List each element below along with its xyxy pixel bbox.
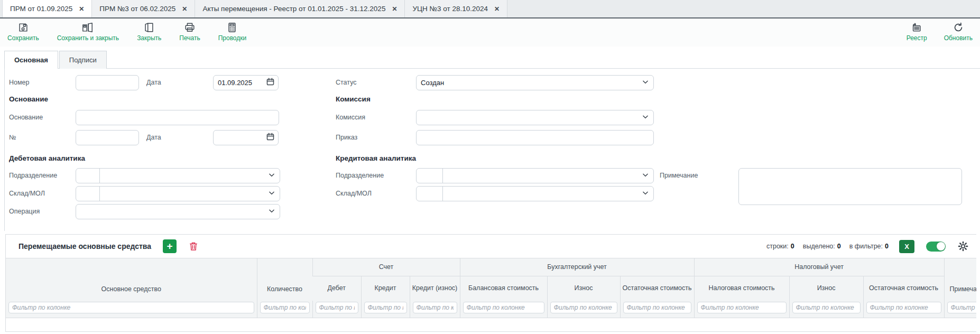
filter-input-residual-cost[interactable]: [623, 302, 691, 313]
close-icon[interactable]: ✕: [79, 5, 84, 13]
code-box[interactable]: [76, 169, 100, 183]
door-icon: [143, 22, 155, 33]
status-value: Создан: [417, 79, 642, 87]
calendar-icon[interactable]: [266, 77, 275, 88]
close-icon[interactable]: ✕: [182, 5, 187, 13]
column-header-debit[interactable]: Дебет: [312, 276, 361, 301]
refresh-label: Обновить: [944, 34, 973, 42]
column-header-balance-cost[interactable]: Балансовая стоимость: [460, 276, 547, 301]
close-button[interactable]: Закрыть: [135, 22, 163, 42]
close-icon[interactable]: ✕: [494, 5, 500, 13]
basis-date-label: Дата: [146, 134, 161, 141]
save-and-close-label: Сохранить и закрыть: [57, 34, 119, 42]
grid-caption-row: Перемещаемые основные средства + строки:…: [6, 235, 976, 258]
rows-count: строки:0: [766, 243, 794, 250]
filter-input-qty[interactable]: [260, 302, 310, 313]
assets-grid-panel: Перемещаемые основные средства + строки:…: [5, 234, 976, 332]
filter-input-asset[interactable]: [8, 302, 254, 313]
number-input[interactable]: [76, 75, 139, 90]
basis-label: Основание: [9, 114, 43, 121]
filter-input-tax-wear[interactable]: [792, 302, 861, 313]
filter-input-tax-residual-cost[interactable]: [866, 302, 941, 313]
register-icon: [911, 22, 922, 33]
basis-input[interactable]: [76, 110, 279, 125]
order-label: Приказ: [336, 134, 357, 141]
basis-date-input[interactable]: [214, 131, 266, 145]
toggle-knob: [937, 242, 945, 251]
window-tab-prm-3-06-02-2025[interactable]: ПРМ №3 от 06.02.2025 ✕: [92, 0, 195, 17]
column-header-wear[interactable]: Износ: [547, 276, 620, 301]
commission-section-header: Комиссия: [336, 95, 371, 103]
basis-date-input-wrap: [213, 130, 279, 145]
column-header-tax-residual-cost[interactable]: Остаточная стоимость: [863, 276, 944, 301]
number-label: Номер: [9, 79, 29, 86]
close-icon[interactable]: ✕: [392, 5, 397, 13]
filtered-count: в фильтре:0: [849, 243, 889, 250]
column-header-asset[interactable]: Основное средство: [6, 258, 257, 301]
column-header-note[interactable]: Примечание: [944, 258, 976, 301]
save-icon: [17, 22, 29, 33]
code-box[interactable]: [76, 187, 100, 201]
operation-label: Операция: [9, 208, 40, 215]
filter-input-note[interactable]: [947, 302, 976, 313]
code-box[interactable]: [417, 169, 443, 183]
filter-input-tax-cost[interactable]: [697, 302, 787, 313]
tab-main[interactable]: Основная: [4, 51, 58, 69]
excel-export-button[interactable]: X: [899, 240, 914, 253]
credit-warehouse-select[interactable]: [416, 186, 654, 201]
window-tab-registry[interactable]: Акты перемещения - Реестр от 01.01.2025 …: [195, 0, 405, 17]
column-header-credit[interactable]: Кредит: [361, 276, 410, 301]
refresh-button[interactable]: Обновить: [942, 22, 975, 42]
group-header-account: Счет: [312, 258, 460, 276]
commission-select[interactable]: [416, 110, 654, 125]
credit-department-select[interactable]: [416, 168, 654, 183]
filter-input-credit[interactable]: [364, 302, 407, 313]
date-input[interactable]: [214, 76, 266, 90]
group-header-tax: Налоговый учет: [694, 258, 944, 276]
save-button[interactable]: Сохранить: [5, 22, 41, 42]
debit-department-select[interactable]: [76, 168, 280, 183]
status-label: Статус: [336, 79, 357, 86]
window-tab-label: ПРМ №3 от 06.02.2025: [99, 5, 175, 13]
register-label: Реестр: [907, 34, 927, 42]
save-and-close-button[interactable]: Сохранить и закрыть: [55, 22, 121, 42]
window-tab-ucn-3[interactable]: УЦН №3 от 28.10.2024 ✕: [405, 0, 507, 17]
filter-toggle[interactable]: [926, 242, 946, 252]
column-header-qty[interactable]: Количество: [257, 258, 312, 301]
chevron-down-icon: [268, 207, 275, 217]
column-header-tax-wear[interactable]: Износ: [789, 276, 863, 301]
debit-warehouse-select[interactable]: [76, 186, 280, 201]
window-tab-prm-01-09-2025[interactable]: ПРМ от 01.09.2025 ✕: [2, 0, 92, 17]
calendar-icon[interactable]: [266, 132, 275, 143]
filter-input-wear[interactable]: [550, 302, 617, 313]
credit-department-label: Подразделение: [336, 172, 384, 179]
code-box[interactable]: [417, 187, 443, 201]
delete-row-button[interactable]: [188, 241, 199, 252]
filter-input-balance-cost[interactable]: [463, 302, 544, 313]
grid-settings-button[interactable]: [957, 240, 969, 252]
add-row-button[interactable]: +: [163, 239, 177, 253]
tab-signatures[interactable]: Подписи: [59, 51, 107, 69]
chevron-down-icon: [642, 189, 649, 199]
operation-select[interactable]: [76, 204, 280, 219]
column-header-residual-cost[interactable]: Остаточная стоимость: [620, 276, 694, 301]
form-panel-left-border: [4, 68, 5, 231]
status-select[interactable]: Создан: [416, 75, 654, 90]
save-and-close-icon: [81, 22, 94, 33]
postings-button[interactable]: Проводки: [216, 22, 249, 42]
note-textarea[interactable]: [738, 168, 962, 205]
order-input[interactable]: [416, 130, 654, 145]
print-button[interactable]: Печать: [177, 22, 202, 42]
postings-label: Проводки: [218, 34, 247, 42]
register-button[interactable]: Реестр: [904, 22, 929, 42]
column-header-credit-wear[interactable]: Кредит (износ): [410, 276, 460, 301]
window-tab-label: УЦН №3 от 28.10.2024: [412, 5, 488, 13]
filter-input-debit[interactable]: [316, 302, 358, 313]
window-tab-label: ПРМ от 01.09.2025: [10, 5, 72, 13]
group-header-accounting: Бухгалтерский учет: [460, 258, 694, 276]
selected-count: выделено:0: [803, 243, 841, 250]
column-header-tax-cost[interactable]: Налоговая стоимость: [694, 276, 789, 301]
basis-number-input[interactable]: [76, 130, 139, 145]
window-tab-bar: ПРМ от 01.09.2025 ✕ ПРМ №3 от 06.02.2025…: [0, 0, 980, 18]
filter-input-credit-wear[interactable]: [413, 302, 457, 313]
